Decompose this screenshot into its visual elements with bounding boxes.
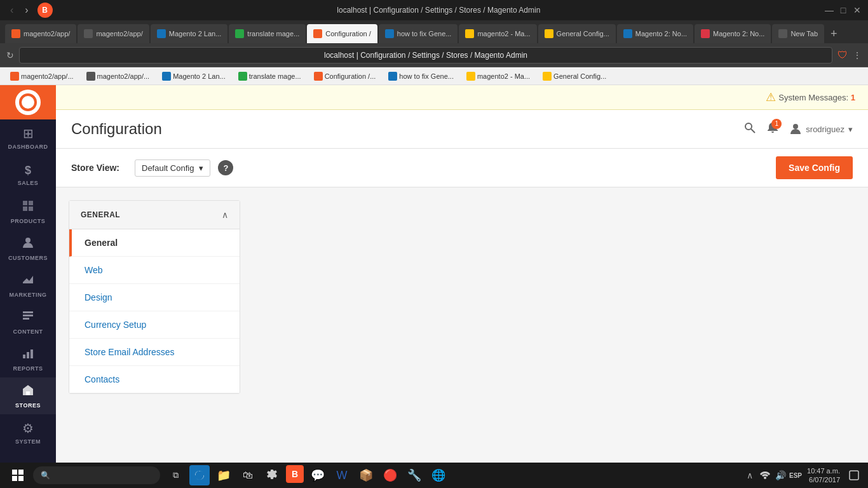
svg-rect-17: [18, 470, 24, 475]
brave-logo: B: [37, 3, 53, 18]
tab-favicon-9: [623, 29, 632, 38]
action-center-button[interactable]: [845, 466, 863, 484]
tab-3[interactable]: Magento 2 Lan...: [151, 24, 228, 43]
taskbar-search[interactable]: [33, 466, 160, 484]
system-messages-icon: ⚠: [766, 90, 776, 104]
sidebar-item-stores[interactable]: STORES: [0, 377, 56, 414]
bookmark-4[interactable]: translate mage...: [233, 71, 306, 82]
tab-favicon-1: [11, 29, 20, 38]
config-menu-general[interactable]: General: [69, 229, 240, 257]
general-section-header[interactable]: GENERAL ∧: [69, 201, 240, 229]
back-button[interactable]: ‹: [6, 3, 17, 17]
tab-10[interactable]: Magento 2: No...: [695, 24, 771, 43]
reload-button[interactable]: ↻: [6, 50, 14, 60]
svg-rect-8: [23, 318, 29, 320]
titlebar-url: localhost | Configuration / Settings / S…: [58, 6, 820, 15]
bookmark-7[interactable]: magento2 - Ma...: [461, 71, 535, 82]
user-menu[interactable]: srodriguez ▾: [789, 123, 853, 135]
bookmark-6[interactable]: how to fix Gene...: [383, 71, 459, 82]
maximize-button[interactable]: □: [839, 6, 848, 15]
svg-rect-16: [12, 470, 17, 475]
tab-6[interactable]: how to fix Gene...: [379, 24, 458, 43]
minimize-button[interactable]: —: [825, 6, 834, 15]
sidebar-item-content[interactable]: CONTENT: [0, 304, 56, 341]
system-messages-count[interactable]: 1: [851, 93, 855, 102]
taskbar-icon-brave[interactable]: B: [286, 465, 304, 483]
header-actions: 1 srodriguez ▾: [743, 121, 853, 137]
sidebar-item-customers[interactable]: CUSTOMERS: [0, 230, 56, 267]
extensions-icon[interactable]: ⋮: [853, 50, 862, 60]
config-menu-email[interactable]: Store Email Addresses: [69, 339, 240, 366]
tray-chevron[interactable]: ∧: [743, 469, 756, 482]
forward-button[interactable]: ›: [21, 3, 32, 17]
svg-point-15: [793, 124, 798, 129]
tray-volume[interactable]: 🔊: [774, 469, 787, 482]
bookmark-5[interactable]: Configuration /...: [309, 71, 381, 82]
config-menu-contacts[interactable]: Contacts: [69, 366, 240, 393]
tab-9[interactable]: Magento 2: No...: [617, 24, 693, 43]
config-menu-currency[interactable]: Currency Setup: [69, 311, 240, 339]
username-label: srodriguez: [806, 125, 844, 134]
tray-language[interactable]: ESP: [789, 469, 802, 482]
taskbar-icon-app2[interactable]: 🔧: [404, 465, 424, 485]
store-view-dropdown[interactable]: Default Config ▾: [135, 159, 210, 177]
search-button[interactable]: [743, 121, 756, 137]
tab-8[interactable]: General Config...: [538, 24, 616, 43]
system-messages-label: System Messages:: [778, 93, 848, 102]
config-menu-design[interactable]: Design: [69, 284, 240, 311]
notifications-button[interactable]: 1: [766, 121, 779, 137]
clock-date: 6/07/2017: [807, 475, 840, 484]
tab-7[interactable]: magento2 - Ma...: [459, 24, 536, 43]
tab-favicon-5: [313, 29, 322, 38]
sidebar-item-system[interactable]: ⚙ SYSTEM: [0, 414, 56, 451]
tab-label-2: magento2/app/: [96, 30, 142, 37]
customers-icon: [22, 236, 34, 252]
svg-point-4: [25, 238, 31, 243]
help-button[interactable]: ?: [218, 160, 233, 175]
sidebar-item-dashboard[interactable]: ⊞ DASHBOARD: [0, 119, 56, 156]
tab-11[interactable]: New Tab: [772, 24, 824, 43]
svg-line-14: [751, 129, 755, 133]
sidebar-item-reports[interactable]: REPORTS: [0, 341, 56, 377]
new-tab-button[interactable]: +: [825, 25, 843, 43]
save-config-button[interactable]: Save Config: [776, 156, 853, 179]
taskbar-icon-explorer[interactable]: 📁: [214, 465, 234, 485]
address-input[interactable]: [19, 47, 832, 64]
sidebar-item-sales[interactable]: $ SALES: [0, 156, 56, 193]
system-messages-bar: ⚠ System Messages: 1: [56, 85, 868, 110]
bookmark-2[interactable]: magento2/app/...: [81, 71, 155, 82]
taskbar-icon-skype[interactable]: 💬: [308, 465, 328, 485]
taskbar-icon-chrome[interactable]: 🌐: [428, 465, 449, 485]
taskbar-icon-word[interactable]: W: [332, 465, 352, 485]
tab-1[interactable]: magento2/app/: [5, 24, 76, 43]
tab-2[interactable]: magento2/app/: [78, 24, 149, 43]
tab-5-active[interactable]: Configuration /: [307, 24, 377, 43]
svg-point-13: [745, 123, 752, 130]
taskbar-icon-filezilla[interactable]: 🔴: [380, 465, 400, 485]
close-button[interactable]: ✕: [853, 6, 862, 15]
bookmark-1[interactable]: magento2/app/...: [5, 71, 79, 82]
sidebar-item-marketing[interactable]: MARKETING: [0, 267, 56, 304]
bookmark-8[interactable]: General Config...: [538, 71, 611, 82]
taskbar-icon-app1[interactable]: 📦: [356, 465, 376, 485]
taskbar-icon-store[interactable]: 🛍: [238, 465, 258, 485]
sidebar-item-products[interactable]: PRODUCTS: [0, 193, 56, 230]
svg-rect-1: [29, 201, 33, 205]
taskbar-icon-settings[interactable]: [262, 465, 282, 485]
bookmark-3[interactable]: Magento 2 Lan...: [157, 71, 231, 82]
taskbar-icon-edge[interactable]: [189, 465, 210, 485]
svg-rect-18: [12, 476, 17, 481]
tab-4[interactable]: translate mage...: [229, 24, 306, 43]
page-title: Configuration: [71, 120, 162, 138]
store-view-arrow: ▾: [199, 163, 203, 173]
tray-network[interactable]: [759, 469, 771, 482]
tab-label-3: Magento 2 Lan...: [169, 30, 222, 37]
config-menu-web[interactable]: Web: [69, 257, 240, 284]
brave-shield-icon[interactable]: 🛡: [837, 50, 848, 61]
tab-label-10: Magento 2: No...: [713, 30, 764, 37]
store-view-selected: Default Config: [142, 163, 194, 173]
taskbar-icon-task-view[interactable]: ⧉: [165, 465, 186, 485]
start-button[interactable]: [5, 465, 31, 485]
svg-rect-2: [23, 207, 27, 211]
clock[interactable]: 10:47 a.m. 6/07/2017: [807, 466, 840, 485]
